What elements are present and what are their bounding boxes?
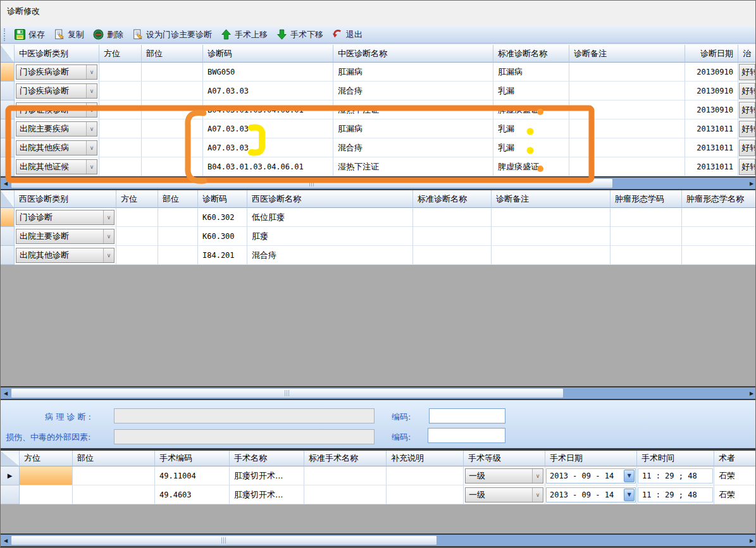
date-picker[interactable]: 2013 - 09 - 14▼ [546, 487, 636, 502]
std-name-cell[interactable] [413, 227, 492, 246]
date-cell[interactable]: 20130910 [685, 63, 738, 82]
code-cell[interactable]: I84.201 [198, 246, 247, 265]
remark-cell[interactable] [569, 138, 685, 157]
surgery-name-cell[interactable]: 肛瘘切开术... [230, 485, 304, 504]
name-cell[interactable]: 肛漏病 [333, 63, 493, 82]
table-corner-selector[interactable] [1, 45, 15, 63]
std-name-cell[interactable] [413, 208, 492, 227]
fangwei-cell[interactable] [20, 466, 73, 485]
name-cell[interactable]: 湿热下注证 [333, 157, 493, 176]
fangwei-cell[interactable] [99, 63, 142, 82]
diagnosis-type-dropdown[interactable]: 门诊证候诊断∨ [16, 102, 97, 118]
scroll-left-arrow-icon[interactable]: ◀ [1, 387, 11, 399]
remark-cell[interactable] [492, 208, 610, 227]
save-button[interactable]: 保存 [10, 28, 49, 42]
note-cell[interactable] [387, 485, 464, 504]
row-indicator[interactable] [1, 208, 15, 227]
std-name-cell[interactable] [413, 246, 492, 265]
surgeon-cell[interactable]: 石荣 [714, 485, 756, 504]
std-name-cell[interactable]: 脾虚痰盛证 [493, 100, 569, 119]
delete-button[interactable]: 删除 [89, 28, 128, 42]
diagnosis-type-dropdown[interactable]: 出院主要疾病∨ [16, 121, 97, 137]
fangwei-cell[interactable] [116, 208, 158, 227]
chevron-down-icon[interactable]: ∨ [103, 248, 114, 262]
name-cell[interactable]: 混合痔 [333, 82, 493, 100]
buwei-cell[interactable] [142, 82, 203, 100]
date-dropdown-button[interactable]: ▼ [624, 489, 635, 501]
row-indicator[interactable] [1, 246, 15, 265]
table-corner-selector[interactable] [1, 451, 20, 466]
row-indicator[interactable] [1, 119, 15, 138]
date-cell[interactable]: 20130910 [685, 82, 738, 100]
tumor-name-cell[interactable] [682, 208, 756, 227]
row-indicator[interactable] [1, 63, 15, 82]
chevron-down-icon[interactable]: ∨ [86, 160, 97, 174]
tumor-code-cell[interactable] [610, 227, 682, 246]
surgery-move-up-button[interactable]: 手术上移 [216, 28, 272, 42]
outcome-button[interactable]: 好转 [739, 83, 755, 99]
code-cell[interactable]: BWG050 [203, 63, 333, 82]
row-indicator[interactable] [1, 157, 15, 176]
remark-cell[interactable] [569, 82, 685, 100]
code-cell[interactable]: B04.03.01.03.04.06.01 [203, 157, 333, 176]
scroll-right-arrow-icon[interactable]: ▶ [747, 178, 756, 189]
std-name-cell[interactable]: 乳漏 [493, 138, 569, 157]
time-field[interactable]: 11 : 29 ; 48 [638, 468, 713, 484]
buwei-cell[interactable] [142, 63, 203, 82]
grade-dropdown[interactable]: 一级∨ [465, 468, 543, 484]
diagnosis-type-dropdown[interactable]: 出院其他证候∨ [16, 159, 97, 174]
buwei-cell[interactable] [158, 227, 198, 246]
code-cell[interactable]: K60.300 [198, 227, 247, 246]
buwei-cell[interactable] [73, 485, 155, 504]
surgeon-cell[interactable]: 石荣 [714, 466, 756, 485]
injury-input[interactable] [114, 429, 375, 444]
chevron-down-icon[interactable]: ∨ [103, 229, 114, 243]
fangwei-cell[interactable] [99, 157, 142, 176]
diagnosis-type-dropdown[interactable]: 出院其他疾病∨ [16, 140, 97, 155]
surgery-code-cell[interactable]: 49.4603 [155, 485, 230, 504]
chevron-down-icon[interactable]: ∨ [86, 122, 97, 136]
diagnosis-type-dropdown[interactable]: 门诊疾病诊断∨ [16, 64, 97, 80]
buwei-cell[interactable] [142, 138, 203, 157]
fangwei-cell[interactable] [99, 119, 142, 138]
diagnosis-type-dropdown[interactable]: 门诊诊断∨ [16, 210, 115, 225]
fangwei-cell[interactable] [116, 227, 158, 246]
fangwei-cell[interactable] [99, 82, 142, 100]
remark-cell[interactable] [492, 227, 610, 246]
remark-cell[interactable] [569, 100, 685, 119]
std-name-cell[interactable]: 乳漏 [493, 119, 569, 138]
buwei-cell[interactable] [142, 119, 203, 138]
row-indicator[interactable] [1, 82, 15, 100]
exit-button[interactable]: 退出 [328, 28, 367, 42]
buwei-cell[interactable] [158, 208, 198, 227]
surgery-code-cell[interactable]: 49.11004 [155, 466, 230, 485]
diagnosis-type-dropdown[interactable]: 门诊疾病诊断∨ [16, 83, 97, 99]
name-cell[interactable]: 混合痔 [247, 246, 413, 265]
outcome-button[interactable]: 好转 [739, 121, 755, 137]
tumor-name-cell[interactable] [682, 227, 756, 246]
code-cell[interactable]: A07.03.03 [203, 138, 333, 157]
scroll-right-arrow-icon[interactable]: ▶ [747, 387, 756, 399]
name-cell[interactable]: 肛瘘 [247, 227, 413, 246]
grade-dropdown[interactable]: 一级∨ [465, 487, 543, 502]
injury-code-input[interactable] [428, 428, 505, 443]
remark-cell[interactable] [569, 119, 685, 138]
chevron-down-icon[interactable]: ∨ [86, 65, 97, 79]
outcome-button[interactable]: 好转 [739, 64, 755, 80]
surgery-move-down-button[interactable]: 手术下移 [272, 28, 328, 42]
outcome-button[interactable]: 好转 [739, 102, 755, 118]
buwei-cell[interactable] [73, 466, 155, 485]
chevron-down-icon[interactable]: ∨ [86, 103, 97, 117]
tumor-code-cell[interactable] [610, 246, 682, 265]
code-cell[interactable]: B04.03.01.03.04.06.01 [203, 100, 333, 119]
date-cell[interactable]: 20131011 [685, 138, 738, 157]
chevron-down-icon[interactable]: ∨ [532, 469, 543, 483]
row-indicator[interactable] [1, 485, 20, 504]
name-cell[interactable]: 湿热下注证 [333, 100, 493, 119]
note-cell[interactable] [387, 466, 464, 485]
surgery-name-cell[interactable]: 肛瘘切开术... [230, 466, 304, 485]
scrollbar-thumb[interactable] [11, 535, 437, 545]
chevron-down-icon[interactable]: ∨ [86, 84, 97, 98]
fangwei-cell[interactable] [99, 100, 142, 119]
pathology-code-input[interactable] [429, 408, 505, 423]
